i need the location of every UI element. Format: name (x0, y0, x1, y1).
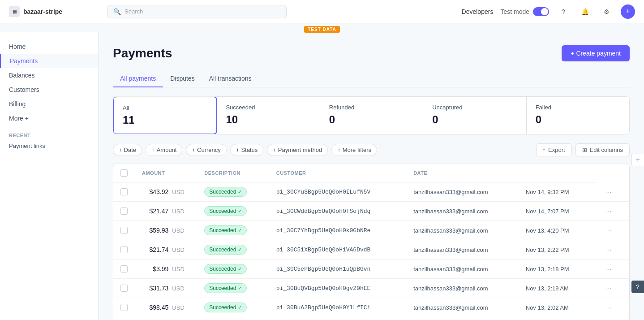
more-options-icon[interactable]: ··· (603, 186, 615, 197)
filter-currency-button[interactable]: + Currency (186, 144, 226, 156)
row-customer: tanzilhassan333@gmail.com (406, 279, 519, 298)
stat-value-all: 11 (123, 114, 207, 126)
test-mode-toggle[interactable]: Test mode (500, 7, 549, 16)
row-more[interactable]: ··· (596, 221, 629, 240)
row-customer: tanzilhassan333@gmail.com (406, 240, 519, 259)
more-options-icon[interactable]: ··· (603, 283, 615, 294)
tab-all-payments[interactable]: All payments (113, 70, 163, 87)
table-row[interactable]: $31.73 USD Succeeded ✓ pi_30BuQVBgp5UeQ0… (113, 279, 629, 298)
filter-status-button[interactable]: + Status (230, 144, 263, 156)
select-all-checkbox[interactable] (120, 169, 128, 177)
row-checkbox[interactable] (120, 227, 128, 234)
sidebar-item-payments[interactable]: Payments (0, 54, 98, 68)
more-options-icon[interactable]: ··· (603, 225, 615, 236)
row-more[interactable]: ··· (596, 279, 629, 298)
toggle-switch[interactable] (533, 7, 549, 16)
row-description: pi_30C5iXBgp5UeQ0oH1VA6DvdB (269, 240, 406, 259)
row-checkbox[interactable] (120, 304, 128, 311)
stat-card-failed[interactable]: Failed 0 (527, 97, 629, 134)
table-row[interactable]: $3.99 USD Succeeded ✓ pi_30C5ePBgp5UeQ0o… (113, 259, 629, 279)
sidebar-item-more[interactable]: More + (0, 111, 98, 125)
help-icon-btn[interactable]: ? (556, 4, 571, 19)
row-more[interactable]: ··· (596, 240, 629, 259)
row-checkbox-cell[interactable] (113, 298, 135, 317)
row-checkbox[interactable] (120, 188, 128, 195)
row-status: Succeeded ✓ (197, 317, 269, 320)
table-row[interactable]: $98.45 USD Succeeded ✓ pi_30BuA2Bgp5UeQ0… (113, 298, 629, 317)
plus-pm-icon: + (273, 147, 276, 153)
global-add-button[interactable]: + (621, 4, 635, 19)
row-customer: tanzilhassan333@gmail.com (406, 182, 519, 202)
row-status: Succeeded ✓ (197, 202, 269, 221)
sidebar-item-balances[interactable]: Balances (0, 68, 98, 82)
row-checkbox-cell[interactable] (113, 317, 135, 320)
sidebar-item-customers[interactable]: Customers (0, 82, 98, 97)
settings-icon-btn[interactable]: ⚙ (599, 4, 614, 19)
row-checkbox-cell[interactable] (113, 182, 135, 202)
table-row[interactable]: $21.47 USD Succeeded ✓ pi_30CWddBgp5UeQ0… (113, 202, 629, 221)
filter-payment-method-button[interactable]: + Payment method (267, 144, 328, 156)
row-checkbox[interactable] (120, 208, 128, 215)
search-bar[interactable]: 🔍 Search (107, 5, 287, 18)
table-row[interactable]: $43.92 USD Succeeded ✓ pi_30CYuSBgp5UeQ0… (113, 182, 629, 202)
plus-currency-icon: + (192, 147, 195, 153)
filter-more-button[interactable]: + More filters (331, 144, 377, 156)
sidebar-item-payment-links[interactable]: Payment links (0, 140, 98, 152)
sidebar-item-billing[interactable]: Billing (0, 97, 98, 111)
row-checkbox[interactable] (120, 246, 128, 253)
status-badge: Succeeded ✓ (204, 283, 247, 293)
topnav-right-section: Developers Test mode ? 🔔 ⚙ + (462, 4, 635, 19)
stat-card-succeeded[interactable]: Succeeded 10 (217, 97, 320, 134)
more-options-icon[interactable]: ··· (603, 264, 615, 274)
row-checkbox[interactable] (120, 285, 128, 292)
tab-disputes[interactable]: Disputes (163, 70, 202, 87)
more-options-icon[interactable]: ··· (603, 302, 615, 313)
right-help-button[interactable]: ? (631, 281, 644, 293)
row-checkbox-cell[interactable] (113, 279, 135, 298)
sidebar-item-home[interactable]: Home (0, 39, 98, 54)
notifications-icon-btn[interactable]: 🔔 (578, 4, 592, 19)
table-row[interactable]: $21.74 USD Succeeded ✓ pi_30C5iXBgp5UeQ0… (113, 240, 629, 259)
app-name: bazaar-stripe (23, 8, 62, 15)
check-icon: ✓ (238, 208, 242, 214)
stat-label-all: All (123, 104, 207, 111)
sidebar-label-balances: Balances (9, 72, 35, 79)
row-more[interactable]: ··· (596, 298, 629, 317)
row-status: Succeeded ✓ (197, 298, 269, 317)
more-options-icon[interactable]: ··· (603, 206, 615, 216)
right-add-button[interactable]: + (631, 154, 644, 166)
row-checkbox-cell[interactable] (113, 259, 135, 279)
row-more[interactable]: ··· (596, 202, 629, 221)
table-header: AMOUNT DESCRIPTION CUSTOMER DATE (113, 164, 629, 182)
row-description: pi_30CWddBgp5UeQ0oH0TSojNdg (269, 202, 406, 221)
row-checkbox[interactable] (120, 265, 128, 272)
table-row[interactable]: $15.26 USD Succeeded ✓ pi_30Bs8FBgp5UeQ0… (113, 317, 629, 320)
tab-all-transactions[interactable]: All transactions (202, 70, 259, 87)
developers-link[interactable]: Developers (462, 8, 494, 15)
date-header: DATE (406, 164, 519, 182)
filter-date-button[interactable]: + Date (113, 144, 142, 156)
row-amount: $21.47 (135, 202, 170, 221)
row-checkbox-cell[interactable] (113, 240, 135, 259)
export-button[interactable]: ↑ Export (536, 143, 572, 156)
status-badge: Succeeded ✓ (204, 187, 247, 197)
stat-card-uncaptured[interactable]: Uncaptured 0 (423, 97, 526, 134)
right-help-icon: ? (636, 283, 640, 290)
more-options-icon[interactable]: ··· (603, 244, 615, 255)
create-payment-button[interactable]: + Create payment (562, 45, 630, 61)
row-checkbox-cell[interactable] (113, 221, 135, 240)
row-more[interactable]: ··· (596, 259, 629, 279)
tab-all-transactions-label: All transactions (209, 75, 252, 82)
filter-amount-button[interactable]: + Amount (146, 144, 182, 156)
edit-columns-button[interactable]: ⊞ Edit columns (575, 143, 630, 156)
app-logo[interactable]: ▦ bazaar-stripe (9, 6, 107, 17)
row-more[interactable]: ··· (596, 317, 629, 320)
row-more[interactable]: ··· (596, 182, 629, 202)
row-checkbox-cell[interactable] (113, 202, 135, 221)
table-row[interactable]: $59.93 USD Succeeded ✓ pi_30C7YhBgp5UeQ0… (113, 221, 629, 240)
stat-card-all[interactable]: All 11 (113, 96, 217, 134)
payments-table: AMOUNT DESCRIPTION CUSTOMER DATE $43.92 … (113, 164, 629, 320)
select-all-header[interactable] (113, 164, 135, 182)
plus-date-icon: + (119, 147, 122, 153)
stat-card-refunded[interactable]: Refunded 0 (320, 97, 423, 134)
